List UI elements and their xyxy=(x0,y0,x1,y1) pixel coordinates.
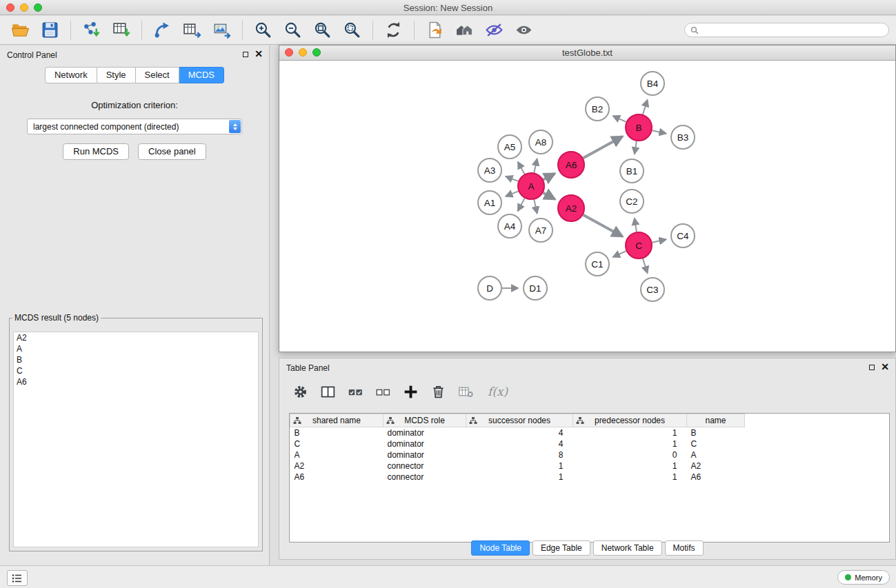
mcds-result-list[interactable]: A2 A B C A6 xyxy=(13,332,259,547)
select-all-button[interactable] xyxy=(347,383,364,400)
table-cell[interactable]: A xyxy=(290,449,384,460)
tab-select[interactable]: Select xyxy=(136,67,179,83)
tab-node-table[interactable]: Node Table xyxy=(471,540,530,556)
tab-style[interactable]: Style xyxy=(97,67,136,83)
export-network-button[interactable] xyxy=(150,19,174,42)
edge-C-C1[interactable] xyxy=(613,251,626,257)
search-field[interactable] xyxy=(684,23,889,37)
table-cell[interactable]: 0 xyxy=(573,449,687,460)
edge-B-B1[interactable] xyxy=(635,141,637,154)
table-cell[interactable]: 1 xyxy=(573,472,687,483)
memory-button[interactable]: Memory xyxy=(837,570,890,585)
result-item[interactable]: A xyxy=(14,343,258,354)
edge-A-A1[interactable] xyxy=(506,191,518,196)
tab-mcds[interactable]: MCDS xyxy=(179,67,224,83)
column-header-predecessor-nodes[interactable]: predecessor nodes xyxy=(573,414,687,427)
node-B1[interactable]: B1 xyxy=(620,159,644,183)
zoom-selected-button[interactable] xyxy=(340,19,364,42)
edge-A-A3[interactable] xyxy=(506,176,518,181)
table-settings-button[interactable] xyxy=(292,383,308,400)
node-A2[interactable]: A2 xyxy=(558,195,584,221)
function-builder-button[interactable]: f(x) xyxy=(488,385,508,398)
network-canvas[interactable]: B4B2BB3A5A8A6B1A3AC2A1A2A4A7C4CC1C3DD1 xyxy=(279,61,895,352)
tab-edge-table[interactable]: Edge Table xyxy=(532,540,590,556)
export-image-button[interactable] xyxy=(210,19,233,42)
edge-B-B3[interactable] xyxy=(653,130,666,133)
tab-motifs[interactable]: Motifs xyxy=(665,540,704,556)
edge-B-B2[interactable] xyxy=(613,116,626,122)
table-cell[interactable]: 1 xyxy=(573,438,687,449)
edge-A-A2[interactable] xyxy=(544,193,555,199)
node-A3[interactable]: A3 xyxy=(478,159,501,182)
edge-A-A7[interactable] xyxy=(534,200,537,214)
edge-C-C3[interactable] xyxy=(643,258,648,273)
table-row[interactable]: Cdominator41C xyxy=(290,438,753,449)
result-item[interactable]: A2 xyxy=(14,332,258,343)
deselect-all-button[interactable] xyxy=(375,383,391,400)
table-cell[interactable]: 1 xyxy=(466,472,573,483)
open-session-button[interactable] xyxy=(423,19,446,42)
table-cell[interactable]: A6 xyxy=(290,472,384,483)
zoom-out-button[interactable] xyxy=(281,19,304,42)
table-cell[interactable]: 4 xyxy=(466,438,573,449)
table-cell[interactable]: 4 xyxy=(466,427,573,439)
edge-A-A6[interactable] xyxy=(544,174,555,180)
table-cell[interactable]: A2 xyxy=(290,460,384,472)
import-table-button[interactable] xyxy=(109,19,132,42)
table-row[interactable]: Bdominator41B xyxy=(290,427,753,439)
node-A[interactable]: A xyxy=(518,173,544,199)
table-cell[interactable]: B xyxy=(290,427,384,439)
node-A5[interactable]: A5 xyxy=(498,135,521,159)
optimization-criterion-dropdown[interactable]: largest connected component (directed) xyxy=(27,119,242,134)
column-header-mcds-role[interactable]: MCDS role xyxy=(384,414,466,427)
result-item[interactable]: C xyxy=(14,365,258,376)
zoom-fit-button[interactable] xyxy=(310,19,334,42)
edge-A6-B[interactable] xyxy=(584,136,623,158)
edge-A-A4[interactable] xyxy=(518,199,525,211)
table-cell[interactable]: dominator xyxy=(384,438,466,449)
close-panel-icon[interactable]: ✕ xyxy=(881,363,889,371)
table-cell[interactable]: A6 xyxy=(687,472,745,483)
table-cell[interactable]: dominator xyxy=(384,449,466,460)
node-C1[interactable]: C1 xyxy=(586,252,609,276)
result-item[interactable]: A6 xyxy=(14,376,258,387)
add-column-button[interactable] xyxy=(402,383,419,400)
table-cell[interactable]: 8 xyxy=(466,449,573,460)
search-input[interactable] xyxy=(701,25,888,36)
apply-layout-button[interactable] xyxy=(381,19,405,42)
column-header-shared-name[interactable]: shared name xyxy=(290,414,384,427)
table-cell[interactable]: 1 xyxy=(573,427,687,439)
export-table-button[interactable] xyxy=(180,19,203,42)
show-panel-button[interactable] xyxy=(512,19,535,42)
node-B4[interactable]: B4 xyxy=(641,72,664,95)
edge-A-A5[interactable] xyxy=(518,162,525,174)
table-cell[interactable]: A xyxy=(687,449,745,460)
table-cell[interactable]: connector xyxy=(384,472,466,483)
node-B3[interactable]: B3 xyxy=(671,125,695,149)
node-A7[interactable]: A7 xyxy=(529,219,552,242)
node-D1[interactable]: D1 xyxy=(524,276,547,300)
node-A4[interactable]: A4 xyxy=(498,214,521,238)
edge-B-B4[interactable] xyxy=(643,100,648,114)
node-C[interactable]: C xyxy=(626,232,652,258)
node-A6[interactable]: A6 xyxy=(558,152,584,178)
node-A8[interactable]: A8 xyxy=(529,130,552,154)
table-row[interactable]: A2connector11A2 xyxy=(290,460,753,472)
table-row[interactable]: Adominator80A xyxy=(290,449,753,460)
table-cell[interactable]: C xyxy=(687,438,745,449)
show-columns-button[interactable] xyxy=(319,383,336,400)
edge-C-C2[interactable] xyxy=(635,219,637,232)
zoom-in-button[interactable] xyxy=(251,19,275,42)
close-panel-button[interactable]: Close panel xyxy=(138,143,206,160)
edge-C-C4[interactable] xyxy=(653,239,666,242)
network-window-titlebar[interactable]: testGlobe.txt xyxy=(279,45,895,61)
column-header-name[interactable]: name xyxy=(687,414,745,427)
task-history-button[interactable] xyxy=(7,570,28,586)
column-header-successor-nodes[interactable]: successor nodes xyxy=(466,414,573,427)
tab-network-table[interactable]: Network Table xyxy=(593,540,662,556)
result-item[interactable]: B xyxy=(14,354,258,365)
table-cell[interactable]: A2 xyxy=(687,460,745,472)
table-cell[interactable]: 1 xyxy=(466,460,573,472)
edge-A2-C[interactable] xyxy=(584,215,623,236)
show-windows-button[interactable] xyxy=(452,19,476,42)
